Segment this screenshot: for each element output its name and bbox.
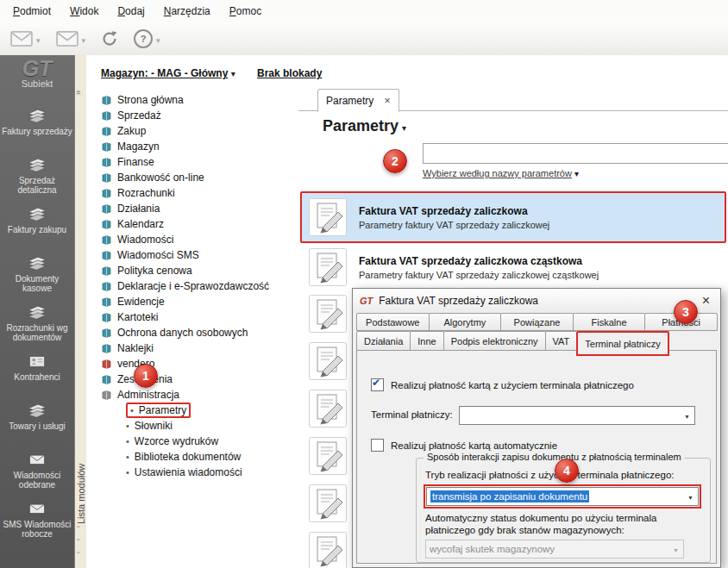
tree-item-naklejki[interactable]: Naklejki (86, 340, 298, 356)
messages-icon (101, 234, 112, 246)
dialog-content: Realizuj płatność kartą z użyciem termin… (356, 350, 717, 564)
parameter-item-selected[interactable]: Faktura VAT sprzedaży zaliczkowa Paramet… (300, 191, 726, 243)
parameter-item-icon[interactable] (309, 532, 347, 568)
tree-item-strona-glowna[interactable]: Strona główna (86, 92, 298, 108)
menu-widok[interactable]: Widok (60, 3, 108, 20)
tab-podstawowe[interactable]: Podstawowe (356, 313, 430, 331)
tree-item-dzialania[interactable]: Działania (86, 201, 298, 216)
close-tab-icon[interactable]: × (384, 95, 391, 106)
tree-item-magazyn[interactable]: Magazyn (86, 139, 298, 154)
tree-item-label: Finanse (117, 156, 154, 168)
tree-item-label: Administracja (117, 389, 179, 401)
tree-item-vendero[interactable]: vendero (86, 356, 298, 371)
warehouse-selector[interactable]: Magazyn: - MAG - Główny (101, 67, 235, 79)
tree-item-zestawienia[interactable]: Zestawienia (86, 371, 298, 387)
menu-podmiot[interactable]: Podmiot (3, 3, 60, 20)
tree-item-wiadomosci[interactable]: Wiadomości (86, 232, 298, 247)
payment-mode-label: Tryb realizacji płatności z użyciem term… (425, 470, 674, 480)
checkbox-auto-payment[interactable]: Realizuj płatność kartą automatycznie (371, 439, 557, 452)
parameter-item[interactable]: Faktura VAT sprzedaży zaliczkowa cząstko… (302, 247, 726, 288)
parameter-item-icon[interactable] (309, 437, 347, 475)
page-title-dropdown[interactable]: Parametry (323, 117, 406, 135)
sms-drafts-icon (24, 498, 50, 519)
tab-vat[interactable]: VAT (545, 331, 578, 351)
tree-item-ochrona-danych[interactable]: Ochrona danych osobowych (86, 325, 298, 340)
tab-fiskalne[interactable]: Fiskalne (573, 313, 646, 331)
module-strip-label: Lista modułów (75, 403, 86, 524)
send-mail-icon (10, 30, 33, 47)
tree-item-label: Sprzedaż (117, 109, 161, 122)
tree-item-label: Wiadomości (117, 234, 173, 246)
declarations-icon (101, 281, 112, 292)
tree-item-ustawienia-wiadomosci[interactable]: Ustawienia wiadomości (86, 465, 298, 480)
dialog-titlebar: GT Faktura VAT sprzedaży zaliczkowa × (353, 289, 720, 313)
menu-narzedzia[interactable]: Narzędzia (154, 3, 220, 20)
tree-item-label: Biblioteka dokumentów (135, 451, 241, 463)
home-icon (101, 95, 112, 106)
dropdown-caret-icon (82, 31, 86, 47)
close-dialog-icon[interactable]: × (699, 293, 713, 309)
module-label: Wiadomości odebrane (2, 471, 72, 490)
parameter-search-input[interactable] (423, 143, 728, 164)
checkbox-checked-icon (371, 378, 384, 391)
app-name-label: Subiekt (0, 78, 74, 89)
help-button[interactable] (134, 29, 160, 48)
tree-item-deklaracje[interactable]: Deklaracje i e-Sprawozdawczość (86, 278, 298, 294)
tree-item-wiadomosci-sms[interactable]: Wiadomości SMS (86, 247, 298, 263)
tree-item-biblioteka-dokumentow[interactable]: Biblioteka dokumentów (86, 449, 298, 465)
send-message-button[interactable] (10, 30, 41, 47)
tab-inne[interactable]: Inne (410, 331, 443, 351)
payment-mode-select[interactable]: transmisja po zapisaniu dokumentu (426, 487, 699, 506)
checkbox-card-payment[interactable]: Realizuj płatność kartą z użyciem termin… (371, 378, 634, 391)
filter-by-name-link[interactable]: Wybierz według nazwy parametrów (423, 168, 579, 178)
parameter-item-icon[interactable] (309, 342, 347, 380)
parameter-item-icon[interactable] (309, 484, 347, 522)
parameter-item-icon[interactable] (309, 295, 347, 333)
tree-item-wzorce-wydrukow[interactable]: Wzorce wydruków (86, 434, 298, 449)
tab-algorytmy[interactable]: Algorytmy (429, 313, 502, 331)
tab-podpis-elektroniczny[interactable]: Podpis elektroniczny (443, 331, 546, 351)
combo-value: wycofaj skutek magazynowy (430, 544, 555, 554)
calendar-icon (101, 219, 112, 230)
tree-item-rozrachunki[interactable]: Rozrachunki (86, 185, 298, 201)
module-kontrahenci[interactable]: Kontrahenci (0, 348, 74, 397)
lock-status-link[interactable]: Brak blokady (257, 67, 322, 79)
collapse-panel-icon[interactable] (73, 91, 83, 96)
tree-item-finanse[interactable]: Finanse (86, 154, 298, 170)
tree-item-administracja[interactable]: Administracja (86, 387, 298, 403)
tree-item-kartoteki[interactable]: Kartoteki (86, 309, 298, 325)
module-wiadomosci-odebrane[interactable]: Wiadomości odebrane (0, 446, 74, 496)
module-sprzedaz-detaliczna[interactable]: Sprzedaż detaliczna (0, 152, 74, 201)
tree-item-sprzedaz[interactable]: Sprzedaż (86, 108, 298, 123)
terminal-select[interactable] (459, 406, 695, 425)
module-sms-robocze[interactable]: SMS Wiadomości robocze (0, 496, 74, 545)
parameter-item-title: Faktura VAT sprzedaży zaliczkowa cząstko… (359, 255, 599, 267)
new-message-button[interactable] (56, 30, 86, 47)
tree-item-polityka-cenowa[interactable]: Polityka cenowa (86, 263, 298, 278)
tab-parametry[interactable]: Parametry × (317, 89, 399, 112)
module-faktury-sprzedazy[interactable]: Faktury sprzedaży (0, 103, 74, 152)
tab-dzialania[interactable]: Działania (356, 331, 411, 351)
cash-documents-icon (24, 253, 50, 273)
tree-item-kalendarz[interactable]: Kalendarz (86, 216, 298, 232)
parameter-item-icon[interactable] (309, 390, 347, 428)
tree-item-bankowosc[interactable]: Bankowość on-line (86, 170, 298, 185)
module-faktury-zakupu[interactable]: Faktury zakupu (0, 201, 74, 250)
purchase-icon (101, 126, 112, 137)
tree-item-parametry[interactable]: Parametry (86, 403, 298, 418)
tree-item-label: Deklaracje i e-Sprawozdawczość (117, 280, 269, 292)
module-towary-i-uslugi[interactable]: Towary i usługi (0, 397, 74, 446)
tree-item-zakup[interactable]: Zakup (86, 123, 298, 139)
refresh-button[interactable] (101, 30, 118, 47)
tree-item-ewidencje[interactable]: Ewidencje (86, 294, 298, 309)
module-dokumenty-kasowe[interactable]: Dokumenty kasowe (0, 250, 74, 299)
dialog-tab-row-2: Działania Inne Podpis elektroniczny VAT … (356, 331, 668, 351)
menu-dodaj[interactable]: Dodaj (108, 3, 154, 20)
module-sidebar: GT Subiekt Faktury sprzedaży Sprzedaż de… (0, 55, 74, 568)
tree-item-slowniki[interactable]: Słowniki (86, 418, 298, 434)
menu-pomoc[interactable]: Pomoc (220, 3, 271, 20)
tab-terminal-platniczy[interactable]: Terminal płatniczy (576, 331, 668, 356)
tab-powiazane[interactable]: Powiązane (500, 313, 574, 331)
module-rozrachunki[interactable]: Rozrachunki wg dokumentów (0, 299, 74, 348)
bullet-icon (130, 405, 134, 415)
